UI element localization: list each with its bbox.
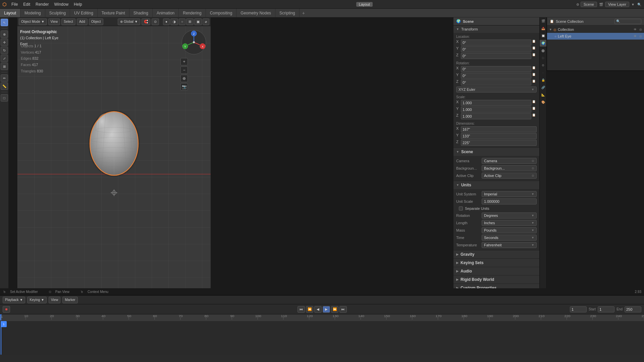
tab-layout[interactable]: Layout xyxy=(0,9,20,17)
keying-sets-header[interactable]: ▶ Keying Sets xyxy=(453,259,539,267)
menu-edit[interactable]: Edit xyxy=(20,0,33,8)
outliner-search-input[interactable] xyxy=(614,19,641,24)
overlay-toggle[interactable]: ⊞ xyxy=(186,18,194,25)
tab-modeling[interactable]: Modeling xyxy=(20,9,45,17)
tab-animation[interactable]: Animation xyxy=(153,9,179,17)
props-tab-particles[interactable]: · xyxy=(540,69,546,76)
unit-scale-value[interactable]: 1.000000 xyxy=(482,198,537,204)
visibility-icon[interactable]: 👁 xyxy=(634,28,637,31)
render-visibility-icon[interactable]: ◎ xyxy=(639,28,642,31)
length-value[interactable]: Inches ▼ xyxy=(482,220,537,226)
add-cube-tool[interactable]: □ xyxy=(1,94,8,102)
rotation-x-value[interactable]: 0° xyxy=(461,66,531,72)
viewport-shading-solid[interactable]: ● xyxy=(163,18,170,25)
tab-sculpting[interactable]: Sculpting xyxy=(45,9,70,17)
scale-x-copy-icon[interactable]: 📋 xyxy=(532,100,537,105)
tab-scripting[interactable]: Scripting xyxy=(275,9,300,17)
move-tool[interactable]: ✛ xyxy=(1,39,8,46)
dim-z-value[interactable]: 225" xyxy=(461,140,537,146)
transform-orientations[interactable]: ⊕ Global ▼ xyxy=(118,18,140,25)
gizmo-toggle[interactable]: ⌀ xyxy=(203,18,209,25)
engine-selector[interactable]: ⚙ xyxy=(576,3,579,6)
mass-value[interactable]: Pounds ▼ xyxy=(482,227,537,233)
tab-uv-editing[interactable]: UV Editing xyxy=(70,9,98,17)
snap-toggle[interactable]: 🧲 xyxy=(142,18,150,25)
view-menu-timeline[interactable]: View xyxy=(49,297,61,303)
record-button[interactable]: ⏺ xyxy=(3,306,10,313)
view-layer-selector[interactable]: View Layer xyxy=(605,2,629,7)
viewport-3d[interactable]: Front Orthographic (1) Collection | Left… xyxy=(17,26,211,295)
rotation-unit-value[interactable]: Degrees ▼ xyxy=(482,213,537,219)
tab-add-button[interactable]: + xyxy=(300,10,308,16)
dim-y-value[interactable]: 133" xyxy=(461,133,537,139)
separate-units-checkbox[interactable] xyxy=(459,206,463,210)
audio-header[interactable]: ▶ Audio xyxy=(453,267,539,275)
play-reverse-button[interactable]: ◀ xyxy=(314,306,322,313)
props-tab-world[interactable]: ⬤ xyxy=(540,47,546,54)
rotation-y-copy-icon[interactable]: 📋 xyxy=(532,73,537,77)
rotation-mode-dropdown[interactable]: XYZ Euler ▼ xyxy=(456,86,537,93)
view-menu[interactable]: View xyxy=(48,18,60,25)
props-tab-modifier[interactable]: ⚙ xyxy=(540,62,546,69)
select-menu[interactable]: Select xyxy=(61,18,75,25)
location-y-copy-icon[interactable]: 📋 xyxy=(532,46,537,51)
eye-visibility-icon[interactable]: 👁 xyxy=(634,35,637,38)
marker-menu[interactable]: Marker xyxy=(62,297,77,303)
scale-z-copy-icon[interactable]: 📋 xyxy=(532,113,537,118)
location-z-value[interactable]: 0° xyxy=(461,53,531,59)
rotation-z-copy-icon[interactable]: 📋 xyxy=(532,79,537,84)
scene-selector[interactable]: Scene xyxy=(581,2,597,7)
zoom-in-button[interactable]: + xyxy=(180,58,188,65)
transform-header[interactable]: ▼ Transform xyxy=(453,25,539,33)
xray-toggle[interactable]: ▣ xyxy=(194,18,202,25)
menu-file[interactable]: File xyxy=(9,0,20,8)
props-tab-scene[interactable]: 🌍 xyxy=(540,40,546,47)
frame-end-value[interactable]: 250 xyxy=(625,306,641,312)
location-z-copy-icon[interactable]: 📋 xyxy=(532,53,537,58)
camera-value[interactable]: Camera ⊙ xyxy=(482,158,537,164)
location-y-value[interactable]: 0° xyxy=(461,46,531,52)
object-mode-dropdown[interactable]: Object Mode ▼ xyxy=(19,18,47,25)
scale-y-copy-icon[interactable]: 📋 xyxy=(532,107,537,111)
menu-window[interactable]: Window xyxy=(51,0,71,8)
playback-menu[interactable]: Playback ▼ xyxy=(3,297,25,303)
rotation-x-copy-icon[interactable]: 📋 xyxy=(532,66,537,71)
scale-y-value[interactable]: 1.000 xyxy=(461,107,531,113)
pan-button[interactable]: ⊕ xyxy=(180,75,188,82)
viewport-shading-material[interactable]: ◑ xyxy=(170,18,178,25)
transform-tool[interactable]: ⊞ xyxy=(1,63,8,70)
gravity-header[interactable]: ▶ Gravity xyxy=(453,250,539,258)
camera-perspective-button[interactable]: 📷 xyxy=(180,83,188,90)
proportional-edit[interactable]: ⊙ xyxy=(152,18,159,25)
outliner-collection-item[interactable]: ▼ ◎ Collection 👁 ◎ xyxy=(547,26,644,33)
prev-frame-button[interactable]: ⏪ xyxy=(306,306,313,313)
rigid-body-world-header[interactable]: ▶ Rigid Body World xyxy=(453,276,539,284)
scale-x-value[interactable]: 1.000 xyxy=(461,100,531,106)
unit-system-value[interactable]: Imperial ▼ xyxy=(482,191,537,197)
tab-geometry-nodes[interactable]: Geometry Nodes xyxy=(236,9,275,17)
time-value[interactable]: Seconds ▼ xyxy=(482,235,537,241)
cursor-tool[interactable]: ⊕ xyxy=(1,31,8,38)
frame-start-value[interactable]: 1 xyxy=(598,306,614,312)
props-tab-render[interactable]: 🎬 xyxy=(540,18,546,24)
keying-menu[interactable]: Keying ▼ xyxy=(27,297,46,303)
annotate-tool[interactable]: ✏ xyxy=(1,74,8,82)
jump-to-start-button[interactable]: ⏮ xyxy=(298,306,305,313)
menu-help[interactable]: Help xyxy=(71,0,85,8)
background-value[interactable]: Backgroun... ⊙ xyxy=(482,165,537,171)
rotation-y-value[interactable]: 0° xyxy=(461,73,531,79)
measure-tool[interactable]: 📏 xyxy=(1,82,8,90)
tab-compositing[interactable]: Compositing xyxy=(206,9,237,17)
temperature-value[interactable]: Fahrenheit ▼ xyxy=(482,242,537,248)
eye-render-icon[interactable]: ◎ xyxy=(639,35,642,38)
timeline-track[interactable]: 1 xyxy=(0,321,644,355)
props-tab-data[interactable]: 📐 xyxy=(540,92,546,98)
dim-x-value[interactable]: 167" xyxy=(461,126,537,132)
tab-rendering[interactable]: Rendering xyxy=(179,9,206,17)
add-menu[interactable]: Add xyxy=(77,18,88,25)
props-tab-physics[interactable]: 🔒 xyxy=(540,77,546,83)
menu-render[interactable]: Render xyxy=(33,0,51,8)
tab-texture-paint[interactable]: Texture Paint xyxy=(98,9,129,17)
frame-start-field[interactable]: 1 xyxy=(570,306,587,312)
props-tab-output[interactable]: 📤 xyxy=(540,25,546,32)
